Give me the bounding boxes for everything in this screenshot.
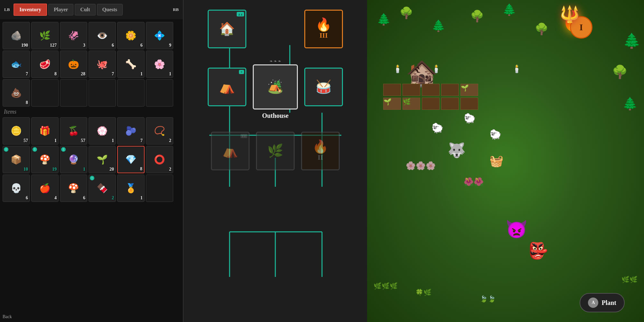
inv-cell-chocolate[interactable]: ! 🍫 2 — [89, 175, 116, 202]
poop-icon: 💩 — [11, 89, 22, 98]
deco-tree-right-1: 🌲 — [623, 32, 641, 49]
tab-bar: LB Inventory Player Cult Quests RB — [0, 0, 183, 19]
fish-icon: 🐟 — [11, 60, 22, 69]
inv-cell-item4[interactable]: 👁️ 6 — [89, 22, 116, 49]
farm-tile — [383, 84, 401, 96]
inv-cell-squid[interactable]: 🦑 3 — [60, 22, 87, 49]
inv-cell-empty-5 — [146, 79, 173, 107]
outhouse-label: Outhouse — [262, 112, 289, 119]
inv-cell-fish[interactable]: 🐟 7 — [3, 51, 30, 78]
upgrade-bot-icon: 🔥 — [312, 140, 328, 153]
tab-cult[interactable]: Cult — [75, 4, 95, 15]
resource-row-1: 🪨 190 🌿 127 🦑 3 👁️ 6 🌼 6 💠 9 — [3, 22, 180, 49]
ring-count: 2 — [169, 167, 171, 172]
alert-badge-box: ! — [4, 147, 8, 152]
node-bottom-center[interactable]: 🌿 — [256, 132, 295, 170]
inv-cell-apple[interactable]: 🍎 4 — [31, 175, 59, 202]
lb-button[interactable]: LB — [2, 6, 12, 14]
building-bot-center-icon: 🌿 — [267, 145, 283, 157]
inv-cell-empty-2 — [60, 79, 87, 107]
deco-tree-4: 🌳 — [470, 10, 484, 23]
item5-count: 6 — [140, 43, 143, 48]
inv-cell-medal[interactable]: 🏅 1 — [117, 175, 145, 202]
inv-cell-empty-4 — [117, 79, 145, 107]
rb-button[interactable]: RB — [170, 6, 181, 14]
inv-cell-orb[interactable]: ! 🔮 1 — [60, 146, 87, 173]
node-top-center[interactable]: 🔥 III — [304, 10, 343, 48]
inventory-grid: 🪨 190 🌿 127 🦑 3 👁️ 6 🌼 6 💠 9 — [0, 19, 183, 312]
inventory-panel: LB Inventory Player Cult Quests RB 🪨 190… — [0, 0, 184, 322]
node-top-left[interactable]: 🏠 z z — [208, 10, 246, 48]
alert-badge-mushroom: ! — [33, 147, 37, 152]
sheep-2: 🐑 — [464, 113, 476, 124]
inv-cell-blossom[interactable]: 🌸 1 — [146, 51, 173, 78]
plant-button[interactable]: A Plant — [580, 293, 625, 312]
orb-icon: 🔮 — [68, 155, 79, 164]
inv-cell-poop[interactable]: 💩 8 — [3, 79, 30, 107]
items-row-2: ! 📦 10 ! 🍄 19 ! 🔮 1 🌱 20 💎 8 — [3, 146, 180, 173]
inv-cell-stone[interactable]: 🪨 190 — [3, 22, 30, 49]
inv-cell-item5[interactable]: 🌼 6 — [117, 22, 145, 49]
apple-count: 4 — [54, 195, 57, 201]
resource-row-2: 🐟 7 🥩 8 🎃 28 🐙 7 🦴 1 🌸 1 — [3, 51, 180, 78]
inv-cell-ring[interactable]: ⭕ 2 — [146, 146, 173, 173]
necklace-icon: 📿 — [154, 127, 165, 136]
poop-count: 8 — [26, 100, 28, 105]
apple-icon: 🍎 — [39, 184, 51, 193]
inv-cell-item6[interactable]: 💠 9 — [146, 22, 173, 49]
mush2-count: 6 — [83, 195, 85, 201]
items-row-1: 🪙 57 🎁 1 🍒 57 💮 1 🫐 7 📿 2 — [3, 117, 180, 145]
sheep-1: 🐑 — [431, 122, 443, 134]
alert-badge-choc: ! — [90, 176, 94, 180]
farm-tile — [441, 84, 459, 96]
inv-cell-tentacle[interactable]: 🐙 7 — [89, 51, 116, 78]
inv-cell-box[interactable]: ! 📦 10 — [3, 146, 30, 173]
bone-icon: 🦴 — [125, 60, 137, 69]
inv-cell-crystal[interactable]: 💎 8 — [117, 146, 145, 173]
sheep-3: 🐑 — [489, 129, 501, 140]
node-middle-left[interactable]: ⛺ + — [208, 68, 246, 106]
inv-cell-meat[interactable]: 🥩 8 — [31, 51, 59, 78]
mushroom-count: 19 — [52, 167, 57, 172]
tab-inventory[interactable]: Inventory — [14, 4, 47, 16]
inv-cell-pumpkin[interactable]: 🎃 28 — [60, 51, 87, 78]
inv-cell-sprout[interactable]: 🌱 20 — [89, 146, 116, 173]
skull-icon: 💀 — [11, 184, 22, 193]
inv-cell-necklace[interactable]: 📿 2 — [146, 117, 173, 145]
sprout-icon: 🌱 — [97, 155, 108, 164]
gold-count: 57 — [24, 138, 28, 143]
player-character: 🐺 — [448, 142, 466, 159]
crystal-count: 8 — [140, 166, 142, 172]
box-count: 10 — [24, 167, 28, 172]
inv-cell-skull[interactable]: 💀 6 — [3, 175, 30, 202]
tentacle-icon: 🐙 — [97, 60, 108, 69]
gem-icon: 💠 — [154, 31, 165, 40]
inv-cell-mush2[interactable]: 🍄 6 — [60, 175, 87, 202]
stone-count: 190 — [21, 43, 28, 48]
node-bottom-right[interactable]: 🔥 II — [301, 132, 340, 170]
inv-cell-flower[interactable]: 💮 1 — [89, 117, 116, 145]
node-bottom-left[interactable]: ⛺ z z — [211, 132, 250, 170]
node-center-outhouse[interactable]: 🏕️ — [253, 64, 298, 109]
foliage-1: 🌿🌿🌿 — [374, 282, 398, 290]
inv-cell-cherry[interactable]: 🍒 57 — [60, 117, 87, 145]
farm-tile — [460, 98, 478, 110]
inv-cell-mushroom[interactable]: ! 🍄 19 — [31, 146, 59, 173]
inv-cell-gift[interactable]: 🎁 1 — [31, 117, 59, 145]
inv-cell-gold[interactable]: 🪙 57 — [3, 117, 30, 145]
back-button[interactable]: Back — [0, 312, 183, 322]
orb-count: 1 — [83, 167, 85, 172]
inv-cell-grass[interactable]: 🌿 127 — [31, 22, 59, 49]
farm-tile — [422, 98, 440, 110]
enemy-2: 👺 — [528, 242, 548, 260]
tab-quests[interactable]: Quests — [97, 4, 123, 15]
inv-cell-berries[interactable]: 🫐 7 — [117, 117, 145, 145]
tab-player[interactable]: Player — [48, 4, 73, 15]
deco-tree-right-2: 🌳 — [612, 64, 628, 80]
plant-label: Plant — [601, 299, 616, 307]
inv-cell-bone[interactable]: 🦴 1 — [117, 51, 145, 78]
mush2-icon: 🍄 — [68, 184, 79, 193]
foliage-3: 🌿🌿 — [621, 276, 638, 283]
medal-icon: 🏅 — [125, 184, 137, 193]
node-middle-right[interactable]: 🥁 — [304, 68, 343, 106]
